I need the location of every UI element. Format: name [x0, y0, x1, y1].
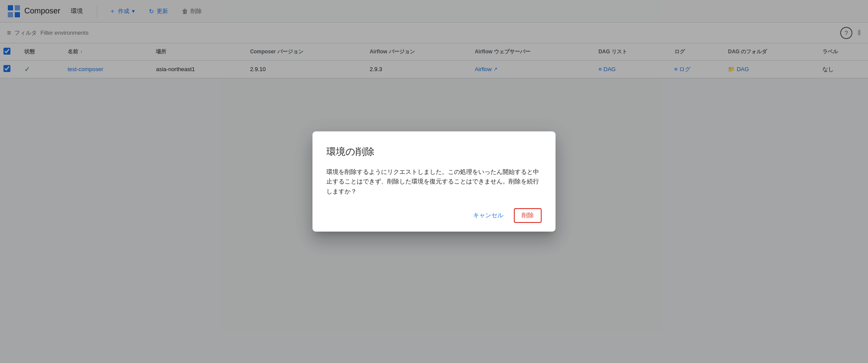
dialog-title: 環境の削除 — [326, 145, 542, 158]
confirm-delete-button[interactable]: 削除 — [514, 208, 542, 223]
cancel-button[interactable]: キャンセル — [466, 208, 510, 223]
dialog-actions: キャンセル 削除 — [326, 208, 542, 223]
modal-overlay[interactable]: 環境の削除 環境を削除するようにリクエストしました。この処理をいったん開始すると… — [0, 0, 868, 363]
dialog-body: 環境を削除するようにリクエストしました。この処理をいったん開始すると中止すること… — [326, 167, 542, 196]
delete-dialog: 環境の削除 環境を削除するようにリクエストしました。この処理をいったん開始すると… — [312, 131, 556, 232]
